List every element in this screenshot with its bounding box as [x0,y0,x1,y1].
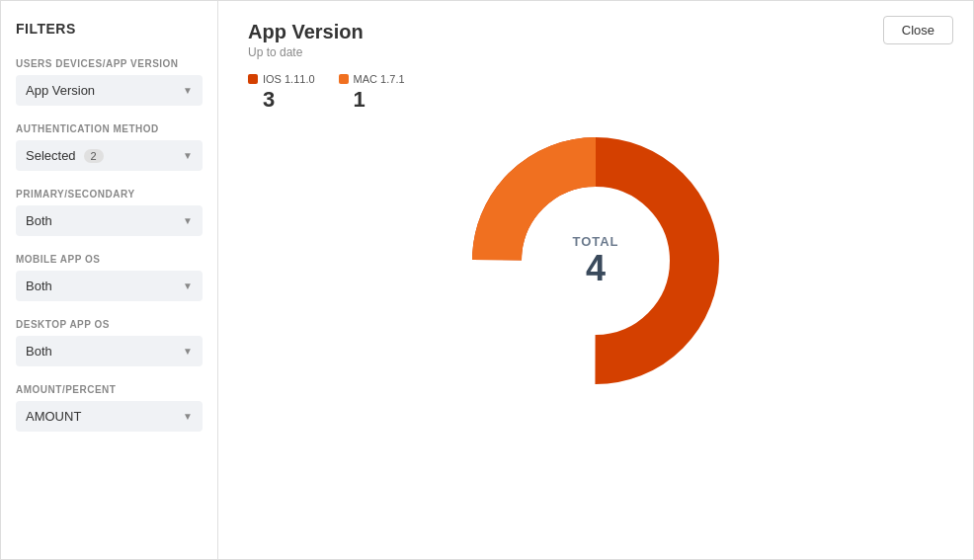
legend-label-mac: MAC 1.7.1 [339,73,405,85]
chart-title: App Version [248,21,943,43]
close-button[interactable]: Close [883,16,953,44]
chevron-down-icon-auth: ▼ [183,150,193,161]
filter-label-desktop-app-os: DESKTOP APP OS [16,319,203,330]
filter-select-text-mobile-app-os: Both [26,279,183,293]
filter-select-mobile-app-os[interactable]: Both ▼ [16,271,203,301]
filter-group-users-devices: USERS DEVICES/APP VERSION App Version ▼ [16,58,203,106]
chart-legend: IOS 1.11.0 3 MAC 1.7.1 1 [248,73,943,113]
filter-value-auth-method: Selected [26,148,76,163]
filter-select-users-devices[interactable]: App Version ▼ [16,75,203,106]
filter-group-primary-secondary: PRIMARY/SECONDARY Both ▼ [16,189,203,236]
legend-count-ios: 3 [248,87,315,113]
filters-title: FILTERS [16,21,203,37]
filter-label-mobile-app-os: MOBILE APP OS [16,254,203,265]
filter-group-amount-percent: AMOUNT/PERCENT AMOUNT ▼ [16,384,203,432]
legend-text-ios: IOS 1.11.0 [263,73,315,85]
filter-group-desktop-app-os: DESKTOP APP OS Both ▼ [16,319,203,366]
legend-label-ios: IOS 1.11.0 [248,73,315,85]
main-content: Close App Version Up to date IOS 1.11.0 … [218,1,973,559]
filter-select-text-amount-percent: AMOUNT [26,409,183,424]
filter-select-text-primary-secondary: Both [26,213,183,228]
chevron-down-icon-primary: ▼ [183,215,193,226]
filter-value-mobile-app-os: Both [26,279,52,293]
donut-center: TOTAL 4 [572,234,618,288]
filter-value-users-devices: App Version [26,83,95,98]
legend-dot-ios [248,74,258,84]
legend-text-mac: MAC 1.7.1 [354,73,405,85]
chevron-down-icon-amount: ▼ [183,411,193,422]
legend-dot-mac [339,74,349,84]
filter-group-auth-method: AUTHENTICATION METHOD Selected 2 ▼ [16,123,203,171]
legend-item-mac: MAC 1.7.1 1 [339,73,405,113]
donut-total-label: TOTAL [572,234,618,249]
chart-area: TOTAL 4 [248,122,943,399]
filter-select-amount-percent[interactable]: AMOUNT ▼ [16,401,203,432]
filter-value-primary-secondary: Both [26,213,52,228]
filter-group-mobile-app-os: MOBILE APP OS Both ▼ [16,254,203,301]
sidebar: FILTERS USERS DEVICES/APP VERSION App Ve… [1,1,218,559]
chart-subtitle: Up to date [248,45,943,59]
chevron-down-icon: ▼ [183,85,193,96]
filter-select-text-auth-method: Selected 2 [26,148,183,163]
filter-select-text-desktop-app-os: Both [26,344,183,359]
filter-label-amount-percent: AMOUNT/PERCENT [16,384,203,395]
filter-select-primary-secondary[interactable]: Both ▼ [16,205,203,236]
filter-value-amount-percent: AMOUNT [26,409,81,424]
legend-count-mac: 1 [339,87,405,113]
auth-method-badge: 2 [84,149,104,163]
donut-chart: TOTAL 4 [457,122,734,399]
filter-select-auth-method[interactable]: Selected 2 ▼ [16,140,203,171]
filter-select-desktop-app-os[interactable]: Both ▼ [16,336,203,366]
filter-value-desktop-app-os: Both [26,344,52,359]
chevron-down-icon-desktop: ▼ [183,346,193,357]
donut-total-count: 4 [572,249,618,288]
filter-label-primary-secondary: PRIMARY/SECONDARY [16,189,203,200]
filter-label-auth-method: AUTHENTICATION METHOD [16,123,203,134]
filter-label-users-devices: USERS DEVICES/APP VERSION [16,58,203,69]
legend-item-ios: IOS 1.11.0 3 [248,73,315,113]
filter-select-text-users-devices: App Version [26,83,183,98]
chevron-down-icon-mobile: ▼ [183,280,193,291]
